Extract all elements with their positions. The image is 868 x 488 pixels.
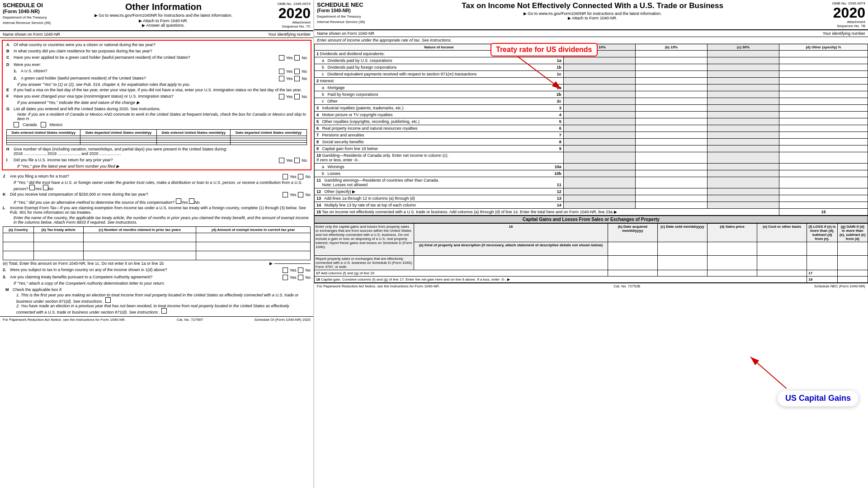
capital-gains-bubble: US Capital Gains bbox=[777, 390, 859, 407]
mexico-checkbox[interactable] bbox=[41, 122, 46, 127]
line-d2-yes-box[interactable] bbox=[279, 76, 284, 81]
line-c-yes-box[interactable] bbox=[279, 55, 284, 61]
line-l2-checkboxes: Yes No bbox=[283, 267, 311, 273]
line-k-label: K bbox=[3, 192, 8, 197]
schedule-nec-block: SCHEDULE NEC (Form 1040-NR) Department o… bbox=[317, 1, 365, 24]
line-d1-yes-label: Yes bbox=[286, 69, 293, 74]
line-k-yes-label: Yes bbox=[290, 192, 297, 197]
line-k1-no-box[interactable] bbox=[189, 198, 194, 204]
row-13: 13 Add lines 1a through 12 in columns (a… bbox=[315, 195, 868, 202]
nec-footer-cat: Cat. No. 72752B bbox=[613, 284, 640, 288]
line-j-yes-box[interactable] bbox=[283, 174, 288, 179]
line-i: I Did you file a U.S. income tax return … bbox=[6, 157, 307, 164]
nec-form-num: (Form 1040-NR) bbox=[317, 8, 365, 13]
sequence-text: Sequence No. 7C bbox=[265, 24, 311, 28]
line-a-text: Of what country or countries were you a … bbox=[14, 42, 307, 47]
cap-gains-divider: Capital Gains and Losses From Sales or E… bbox=[314, 216, 868, 223]
line-l-label: L bbox=[3, 206, 8, 210]
schedule-nec-label: SCHEDULE NEC bbox=[317, 1, 365, 8]
line-k-yes-box[interactable] bbox=[283, 192, 288, 197]
line-d1-no-label: No bbox=[302, 69, 307, 74]
line-j1-no-box[interactable] bbox=[43, 185, 48, 190]
cap-col-d-header: (d) Sales price bbox=[708, 224, 757, 242]
line-l3-checkboxes: Yes No bbox=[283, 275, 311, 280]
line-l3-yes-box[interactable] bbox=[283, 275, 288, 280]
line-m2-box[interactable] bbox=[161, 308, 167, 314]
capital-gains-arrow-svg bbox=[741, 352, 787, 389]
row-1a-text: a Dividends paid by U.S. corporations 1a bbox=[315, 57, 564, 64]
line-j-no-box[interactable] bbox=[298, 174, 303, 179]
line-l3-num: 3. bbox=[3, 275, 8, 279]
line-b-label: B bbox=[6, 49, 12, 53]
line-i-no-box[interactable] bbox=[294, 158, 300, 163]
line-d1-text: A U.S. citizen? bbox=[21, 69, 277, 73]
cap-col-e-header: (e) Cost or other basis bbox=[757, 224, 807, 242]
cap-report-note: Report property sales or exchanges that … bbox=[315, 256, 414, 270]
l-col-d-header: (d) Amount of exempt income in current t… bbox=[196, 227, 311, 233]
line-c-checkboxes: Yes No bbox=[279, 55, 307, 61]
line-d-header: D Were you ever: bbox=[6, 61, 307, 68]
nec-footer-schedule: Schedule NEC (Form 1040-NR) bbox=[814, 284, 865, 288]
l-total-arrow: ▶ bbox=[269, 261, 273, 266]
line-d2-text: A green card holder (lawful permanent re… bbox=[21, 76, 277, 80]
line-e-label: E bbox=[6, 88, 12, 92]
line-d-label: D bbox=[6, 62, 12, 67]
line-k-no-label: No bbox=[305, 192, 311, 197]
line-d1-no-box[interactable] bbox=[294, 69, 300, 74]
line-f-yes-box[interactable] bbox=[279, 94, 284, 99]
line-j1-yes-box[interactable] bbox=[29, 185, 35, 190]
line-c-label: C bbox=[6, 55, 12, 60]
line-h: H Give number of days (including vacatio… bbox=[6, 146, 307, 157]
line-d1-yes-box[interactable] bbox=[279, 69, 284, 74]
line-i-note: If "Yes," give the latest year and form … bbox=[6, 164, 307, 169]
line-l2-no-box[interactable] bbox=[298, 267, 303, 273]
line-b: B In what country did you claim residenc… bbox=[6, 48, 307, 54]
row-14: 14 Multiply line 13 by rate of tax at to… bbox=[315, 202, 868, 209]
l-total-value[interactable] bbox=[274, 263, 311, 264]
line-e-text: If you had a visa on the last day of the… bbox=[14, 88, 307, 92]
line-l2-yes-box[interactable] bbox=[283, 267, 288, 273]
g-date-table: Date entered United States mm/dd/yy Date… bbox=[6, 129, 307, 145]
line-l3: 3. Are you claiming treaty benefits purs… bbox=[3, 274, 311, 281]
nec-center-header: Tax on Income Not Effectively Connected … bbox=[368, 1, 817, 20]
nec-dept: Department of the Treasury bbox=[317, 14, 365, 19]
left-panel: SCHEDULE OI (Form 1040-NR) Department of… bbox=[0, 0, 314, 488]
line-l-text: Income Exempt From Tax—If you are claimi… bbox=[10, 206, 311, 215]
line-k1-yes-box[interactable] bbox=[176, 198, 181, 204]
line-k-note: If "Yes," did you use an alternative met… bbox=[3, 198, 311, 205]
line-e: E If you had a visa on the last day of t… bbox=[6, 87, 307, 93]
line-f-note: If you answered "Yes," indicate the date… bbox=[6, 100, 307, 105]
line-j-label: J bbox=[3, 174, 8, 178]
line-l3-no-box[interactable] bbox=[298, 275, 303, 280]
line-c-no-box[interactable] bbox=[294, 55, 300, 61]
line-c-no-label: No bbox=[302, 56, 307, 60]
nec-sequence: Sequence No. 7B bbox=[820, 24, 865, 28]
line-g-note: Note: If you are a resident of Canada or… bbox=[6, 112, 307, 121]
line-d2: 2. A green card holder (lawful permanent… bbox=[6, 75, 307, 82]
line-k-checkboxes: Yes No bbox=[283, 192, 311, 197]
row-11: 11 Gambling winnings—Residents of countr… bbox=[315, 177, 868, 188]
line-a-label: A bbox=[6, 42, 12, 47]
row-1-header: 1 Dividends and dividend equivalents: bbox=[315, 51, 868, 57]
row-1c-text: c Dividend equivalent payments received … bbox=[315, 71, 564, 78]
line-c-yes-label: Yes bbox=[286, 56, 293, 60]
nec-year: 2020 bbox=[820, 5, 865, 20]
col-d-header: (d) Other (specify) % bbox=[779, 44, 868, 51]
row-2a: a Mortgage 2a bbox=[315, 84, 868, 91]
nec-name-row: Name shown on Form 1040-NR Your identify… bbox=[314, 30, 868, 37]
line-f-no-box[interactable] bbox=[294, 94, 300, 99]
line-d2-no-box[interactable] bbox=[294, 76, 300, 81]
line-d2-checkboxes: Yes No bbox=[279, 76, 307, 81]
line-k-no-box[interactable] bbox=[298, 192, 303, 197]
line-i-no-label: No bbox=[302, 158, 307, 163]
line-f-yes-label: Yes bbox=[286, 94, 293, 99]
l-total-text: (e) Total. Enter this amount on Form 104… bbox=[3, 261, 268, 266]
l-treaty-table: (a) Country (b) Tax treaty article (c) N… bbox=[3, 226, 311, 260]
line-m1-box[interactable] bbox=[105, 297, 111, 303]
line-c: C Have you ever applied to be a green ca… bbox=[6, 54, 307, 61]
line-i-yes-box[interactable] bbox=[279, 158, 284, 163]
canada-checkbox[interactable] bbox=[14, 122, 19, 127]
l-col-a-header: (a) Country bbox=[3, 227, 34, 233]
line-h-text: Give number of days (including vacation,… bbox=[14, 147, 307, 156]
line-d2-num: 2. bbox=[14, 76, 19, 80]
